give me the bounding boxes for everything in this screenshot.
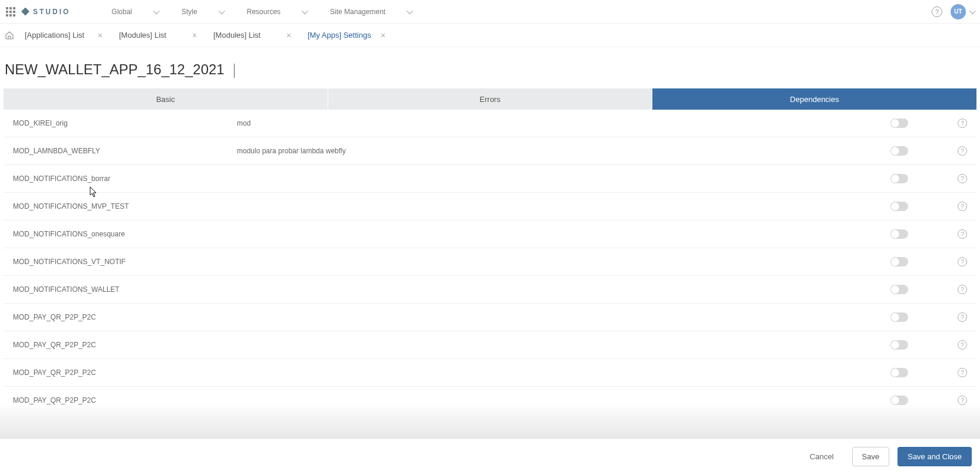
module-description: mod — [237, 119, 890, 127]
help-cell: ? — [943, 257, 967, 266]
table-row: MOD_LAMNBDA_WEBFLYmodulo para probar lam… — [4, 137, 976, 165]
module-name: MOD_PAY_QR_P2P_P2C — [13, 313, 237, 321]
help-cell: ? — [943, 285, 967, 294]
close-icon[interactable]: × — [284, 31, 293, 40]
module-name: MOD_NOTIFICATIONS_borrar — [13, 175, 237, 183]
toggle-switch[interactable] — [890, 229, 908, 239]
tabstrip: [Applications] List×[Modules] List×[Modu… — [0, 24, 980, 47]
help-icon[interactable]: ? — [958, 146, 967, 156]
module-name: MOD_PAY_QR_P2P_P2C — [13, 368, 237, 377]
help-cell: ? — [943, 340, 967, 350]
cancel-button[interactable]: Cancel — [800, 447, 843, 466]
apps-grid-icon[interactable] — [6, 7, 15, 17]
table-row: MOD_PAY_QR_P2P_P2C? — [4, 387, 976, 414]
help-icon[interactable]: ? — [958, 174, 967, 183]
tab-dependencies[interactable]: Dependencies — [652, 88, 976, 110]
logo-text: STUDIO — [33, 8, 70, 16]
table-row: MOD_NOTIFICATIONS_MVP_TEST? — [4, 193, 976, 220]
tab[interactable]: [My Apps] Settings× — [301, 24, 395, 47]
chevron-down-icon — [302, 7, 308, 14]
tab[interactable]: [Modules] List× — [206, 24, 301, 47]
help-icon[interactable]: ? — [958, 119, 967, 128]
chevron-down-icon — [218, 7, 225, 14]
menu-item[interactable]: Resources — [247, 8, 306, 16]
table-row: MOD_PAY_QR_P2P_P2C? — [4, 359, 976, 387]
module-description: modulo para probar lambda webfly — [237, 147, 890, 155]
avatar: UT — [951, 4, 966, 19]
table-row: MOD_NOTIFICATIONS_onesquare? — [4, 220, 976, 248]
help-icon[interactable]: ? — [958, 312, 967, 322]
toggle-cell — [890, 146, 943, 156]
chevron-down-icon — [153, 7, 160, 14]
toggle-switch[interactable] — [890, 368, 908, 377]
help-icon[interactable]: ? — [958, 257, 967, 266]
home-icon[interactable] — [4, 29, 15, 41]
toggle-cell — [890, 202, 943, 211]
toggle-switch[interactable] — [890, 312, 908, 322]
tab-label: [Applications] List — [25, 31, 84, 40]
section-tabs: Basic Errors Dependencies — [4, 88, 976, 110]
menu-item[interactable]: Style — [182, 8, 223, 16]
toggle-switch[interactable] — [890, 146, 908, 156]
tab-label: [My Apps] Settings — [308, 31, 371, 40]
close-icon[interactable]: × — [378, 31, 388, 40]
toggle-cell — [890, 396, 943, 405]
module-name: MOD_NOTIFICATIONS_MVP_TEST — [13, 202, 237, 210]
close-icon[interactable]: × — [95, 31, 105, 40]
help-cell: ? — [943, 396, 967, 405]
toggle-switch[interactable] — [890, 119, 908, 128]
toggle-cell — [890, 257, 943, 266]
module-name: MOD_NOTIFICATIONS_onesquare — [13, 230, 237, 238]
menu-item[interactable]: Site Management — [330, 8, 411, 16]
logo[interactable]: STUDIO — [21, 8, 70, 16]
module-name: MOD_KIREI_orig — [13, 119, 237, 127]
menu-item-label: Resources — [247, 8, 281, 16]
tab-errors[interactable]: Errors — [328, 88, 653, 110]
table-row: MOD_NOTIFICATIONS_borrar? — [4, 165, 976, 193]
help-icon[interactable]: ? — [958, 368, 967, 377]
help-icon[interactable]: ? — [958, 396, 967, 405]
user-menu[interactable]: UT — [951, 4, 974, 19]
tab-basic[interactable]: Basic — [4, 88, 328, 110]
toggle-switch[interactable] — [890, 285, 908, 294]
text-cursor-icon — [234, 64, 235, 78]
menu-item-label: Style — [182, 8, 197, 16]
table-row: MOD_KIREI_origmod? — [4, 110, 976, 137]
logo-mark-icon — [21, 8, 29, 16]
save-button[interactable]: Save — [852, 447, 890, 466]
toggle-cell — [890, 285, 943, 294]
tab[interactable]: [Applications] List× — [18, 24, 112, 47]
toggle-switch[interactable] — [890, 174, 908, 183]
module-name: MOD_NOTIFICATIONS_VT_NOTIF — [13, 258, 237, 266]
toggle-switch[interactable] — [890, 257, 908, 266]
page-title: NEW_WALLET_APP_16_12_2021 — [0, 47, 980, 88]
module-name: MOD_PAY_QR_P2P_P2C — [13, 341, 237, 349]
toggle-switch[interactable] — [890, 340, 908, 350]
help-cell: ? — [943, 119, 967, 128]
help-cell: ? — [943, 174, 967, 183]
toggle-cell — [890, 229, 943, 239]
help-icon[interactable]: ? — [958, 340, 967, 350]
tab[interactable]: [Modules] List× — [112, 24, 206, 47]
toggle-cell — [890, 340, 943, 350]
menu-item[interactable]: Global — [111, 8, 158, 16]
main-menu: GlobalStyleResourcesSite Management — [111, 8, 411, 16]
toggle-cell — [890, 119, 943, 128]
chevron-down-icon — [407, 7, 413, 14]
tab-label: [Modules] List — [119, 31, 166, 40]
toggle-cell — [890, 368, 943, 377]
toggle-switch[interactable] — [890, 202, 908, 211]
topbar: STUDIO GlobalStyleResourcesSite Manageme… — [0, 0, 980, 24]
save-close-button[interactable]: Save and Close — [897, 447, 972, 466]
toggle-switch[interactable] — [890, 396, 908, 405]
menu-item-label: Global — [111, 8, 132, 16]
help-icon[interactable]: ? — [958, 285, 967, 294]
help-icon[interactable]: ? — [958, 202, 967, 211]
help-icon[interactable]: ? — [958, 229, 967, 239]
close-icon[interactable]: × — [190, 31, 199, 40]
dependencies-list: MOD_KIREI_origmod?MOD_LAMNBDA_WEBFLYmodu… — [4, 110, 976, 414]
help-cell: ? — [943, 229, 967, 239]
toggle-cell — [890, 174, 943, 183]
help-icon[interactable]: ? — [932, 6, 942, 17]
help-cell: ? — [943, 312, 967, 322]
